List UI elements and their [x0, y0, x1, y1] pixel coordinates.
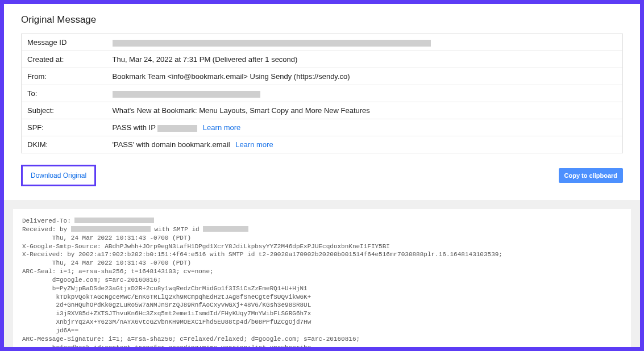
dkim-value: 'PASS' with domain bookmark.email Learn … [107, 136, 623, 153]
row-subject: Subject: What's New at Bookmark: Menu La… [22, 102, 623, 119]
from-label: From: [22, 68, 107, 85]
row-to: To: [22, 85, 623, 102]
spf-prefix: PASS with IP [113, 123, 158, 132]
meta-table: Message ID Created at: Thu, Mar 24, 2022… [21, 34, 623, 153]
dkim-label: DKIM: [22, 136, 107, 153]
raw-section: Delivered-To: Received: by with SMTP id … [4, 200, 640, 347]
from-value: Bookmark Team <info@bookmark.email> Usin… [107, 68, 623, 85]
to-value [107, 85, 623, 102]
message-id-value [107, 34, 623, 51]
spf-label: SPF: [22, 119, 107, 136]
spf-learn-more-link[interactable]: Learn more [203, 123, 240, 132]
row-from: From: Bookmark Team <info@bookmark.email… [22, 68, 623, 85]
spf-value: PASS with IP Learn more [107, 119, 623, 136]
redacted-ip [157, 125, 197, 132]
created-at-value: Thu, Mar 24, 2022 at 7:31 PM (Delivered … [107, 51, 623, 68]
subject-label: Subject: [22, 102, 107, 119]
page-title: Original Message [21, 14, 623, 26]
to-label: To: [22, 85, 107, 102]
row-spf: SPF: PASS with IP Learn more [22, 119, 623, 136]
dkim-learn-more-link[interactable]: Learn more [235, 140, 273, 149]
copy-to-clipboard-button[interactable]: Copy to clipboard [559, 168, 624, 183]
dkim-text: 'PASS' with domain bookmark.email [113, 140, 230, 149]
raw-box: Delivered-To: Received: by with SMTP id … [13, 209, 631, 347]
row-created-at: Created at: Thu, Mar 24, 2022 at 7:31 PM… [22, 51, 623, 68]
raw-headers-pre: Delivered-To: Received: by with SMTP id … [22, 217, 622, 347]
redacted-to [113, 91, 260, 98]
button-row: Download Original Copy to clipboard [21, 165, 623, 186]
created-at-label: Created at: [22, 51, 107, 68]
download-original-button[interactable]: Download Original [21, 165, 96, 186]
message-id-label: Message ID [22, 34, 107, 51]
row-message-id: Message ID [22, 34, 623, 51]
redacted-message-id [113, 40, 431, 47]
subject-value: What's New at Bookmark: Menu Layouts, Sm… [107, 102, 623, 119]
row-dkim: DKIM: 'PASS' with domain bookmark.email … [22, 136, 623, 153]
